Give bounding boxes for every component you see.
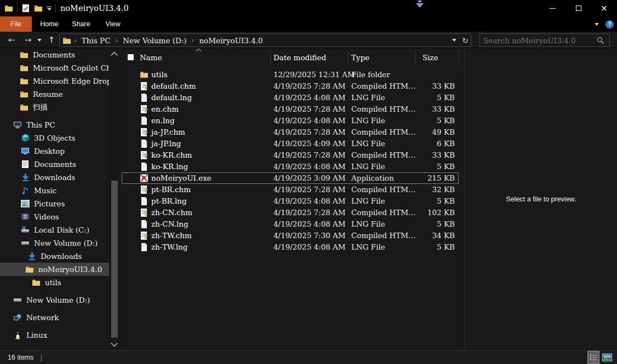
file-row-pt-br-chm[interactable]: ?pt-BR.chm4/19/2025 7:28 AMCompiled HTM……	[122, 184, 459, 195]
file-row-ja-jp-lng[interactable]: ja-JP.lng4/19/2025 4:09 AMLNG File6 KB	[122, 138, 459, 149]
file-row-ko-kr-chm[interactable]: ?ko-KR.chm4/19/2025 7:28 AMCompiled HTM……	[122, 149, 459, 161]
desktop-icon	[21, 147, 30, 155]
sidebar-item-3d-objects[interactable]: 3D Objects	[0, 131, 109, 145]
linux-icon	[13, 331, 22, 339]
scroll-up-icon[interactable]	[111, 51, 118, 59]
sidebar-item-label: Microsoft Copilot Chat F	[33, 63, 109, 72]
file-date-modified: 4/19/2025 7:28 AM	[273, 82, 346, 90]
column-header-name[interactable]: Name	[140, 53, 162, 62]
tab-share[interactable]: Share	[67, 16, 95, 32]
sidebar-item-linux[interactable]: Linux	[0, 328, 109, 342]
column-header-size[interactable]: Size	[422, 53, 438, 62]
sidebar-item-local-disk-c-[interactable]: Local Disk (C:)	[0, 223, 109, 236]
minimize-button[interactable]	[540, 0, 565, 16]
sidebar-item-new-volume-d-[interactable]: New Volume (D:)	[0, 293, 109, 307]
address-dropdown-icon[interactable]	[452, 39, 456, 42]
file-row-default-lng[interactable]: default.lng4/19/2025 4:08 AMLNG File5 KB	[122, 92, 459, 103]
sidebar-item-downloads[interactable]: Downloads	[0, 250, 109, 263]
file-row-zh-cn-chm[interactable]: ?zh-CN.chm4/19/2025 7:28 AMCompiled HTM……	[122, 207, 459, 218]
sidebar-item-microsoft-edge-drop-file[interactable]: Microsoft Edge Drop File	[0, 74, 109, 88]
sidebar-item-documents[interactable]: Documents	[0, 48, 109, 61]
folder-icon	[32, 278, 41, 287]
tab-home[interactable]: Home	[35, 16, 64, 32]
file-type: LNG File	[351, 197, 385, 205]
breadcrumb-new-volume-d[interactable]: New Volume (D:)	[123, 36, 186, 45]
sidebar-item-videos[interactable]: Videos	[0, 210, 109, 223]
properties-icon[interactable]	[21, 4, 30, 13]
sidebar-item-label: This PC	[26, 120, 55, 129]
search-box[interactable]	[479, 33, 610, 47]
file-row-ko-kr-lng[interactable]: ko-KR.lng4/19/2025 4:08 AMLNG File5 KB	[122, 161, 459, 172]
search-input[interactable]	[480, 36, 596, 45]
file-row-en-chm[interactable]: ?en.chm4/19/2025 7:28 AMCompiled HTM…33 …	[122, 103, 459, 115]
back-button[interactable]: ←	[4, 32, 19, 48]
file-row-ja-jp-chm[interactable]: ?ja-JP.chm4/19/2025 7:28 AMCompiled HTM……	[122, 126, 459, 138]
file-row-zh-tw-lng[interactable]: zh-TW.lng4/19/2025 4:08 AMLNG File5 KB	[122, 241, 459, 253]
column-divider[interactable]	[415, 50, 415, 63]
sidebar-item-network[interactable]: Network	[0, 311, 109, 324]
file-type: LNG File	[351, 93, 385, 102]
file-row-en-lng[interactable]: en.lng4/19/2025 4:08 AMLNG File5 KB	[122, 115, 459, 126]
sidebar-item-music[interactable]: Music	[0, 184, 109, 197]
sidebar-item-label: 3D Objects	[34, 134, 76, 142]
file-row-zh-cn-lng[interactable]: zh-CN.lng4/19/2025 4:08 AMLNG File5 KB	[122, 218, 459, 230]
maximize-button[interactable]	[565, 0, 591, 16]
sidebar-item-resume[interactable]: Resume	[0, 88, 109, 101]
breadcrumb-nomeiryoui[interactable]: noMeiryoUI3.4.0	[199, 36, 262, 45]
sidebar-item-扫描[interactable]: 扫描	[0, 101, 109, 114]
scrollbar-thumb[interactable]	[111, 181, 118, 338]
expand-ribbon-icon[interactable]	[595, 23, 599, 26]
sidebar-item-utils[interactable]: utils	[0, 276, 109, 289]
help-icon[interactable]: ?	[605, 20, 614, 28]
file-row-utils[interactable]: utils12/29/2025 12:31 AMFile folder	[122, 69, 459, 80]
search-icon[interactable]	[596, 36, 605, 45]
file-date-modified: 4/19/2025 4:08 AM	[273, 116, 346, 125]
file-date-modified: 4/19/2025 4:08 AM	[273, 93, 346, 102]
sidebar-item-nomeiryoui3-4-0[interactable]: noMeiryoUI3.4.0	[0, 263, 109, 276]
customize-toolbar-dropdown-icon[interactable]	[47, 7, 52, 10]
scroll-down-icon[interactable]	[111, 340, 118, 347]
sidebar-item-label: Videos	[34, 212, 59, 221]
file-date-modified: 4/19/2025 4:09 AM	[273, 139, 346, 148]
exe-icon	[140, 174, 148, 182]
forward-button[interactable]: →	[21, 32, 35, 48]
select-all-checkbox[interactable]	[128, 54, 134, 60]
tab-view[interactable]: View	[99, 16, 127, 32]
file-row-pt-br-lng[interactable]: pt-BR.lng4/19/2025 4:08 AMLNG File5 KB	[122, 195, 459, 207]
new-folder-icon[interactable]	[34, 4, 43, 13]
close-button[interactable]: ×	[591, 0, 617, 16]
refresh-icon[interactable]: ↻	[462, 36, 469, 45]
large-icons-view-button[interactable]	[602, 353, 613, 362]
sidebar-item-label: Linux	[26, 331, 47, 339]
sidebar-item-this-pc[interactable]: This PC	[0, 118, 109, 131]
window-controls: ×	[540, 0, 617, 16]
preview-message: Select a file to preview.	[506, 195, 576, 203]
tab-file[interactable]: File	[0, 16, 32, 32]
up-button[interactable]: ↑	[45, 32, 58, 48]
column-header-type[interactable]: Type	[351, 53, 369, 62]
column-divider[interactable]	[270, 50, 271, 63]
sidebar-scrollbar[interactable]	[109, 48, 119, 350]
file-name: ko-KR.lng	[151, 162, 188, 171]
column-divider[interactable]	[348, 50, 349, 63]
column-header-date-modified[interactable]: Date modified	[273, 53, 326, 62]
sidebar-item-microsoft-copilot-chat-f[interactable]: Microsoft Copilot Chat F	[0, 61, 109, 74]
file-row-zh-tw-chm[interactable]: ?zh-TW.chm4/19/2025 7:30 AMCompiled HTM……	[122, 230, 459, 241]
sidebar-item-documents[interactable]: Documents	[0, 158, 109, 171]
breadcrumb-this-pc[interactable]: This PC	[82, 36, 111, 45]
quick-access-toolbar	[4, 0, 56, 16]
sidebar-item-new-volume-d-[interactable]: New Volume (D:)	[0, 236, 109, 250]
recent-locations-icon[interactable]	[35, 32, 44, 48]
file-size: 6 KB	[415, 139, 455, 148]
lng-icon	[140, 219, 148, 228]
file-row-nomeiryoui-exe[interactable]: noMeiryoUI.exe4/19/2025 3:09 AMApplicati…	[122, 172, 459, 184]
file-date-modified: 4/19/2025 4:08 AM	[273, 242, 346, 251]
folder-icon	[20, 103, 28, 112]
file-row-default-chm[interactable]: ?default.chm4/19/2025 7:28 AMCompiled HT…	[122, 80, 459, 92]
details-view-button[interactable]	[587, 351, 599, 364]
address-bar[interactable]: › This PC › New Volume (D:) › noMeiryoUI…	[59, 33, 471, 47]
sidebar-item-desktop[interactable]: Desktop	[0, 145, 109, 158]
sidebar-item-pictures[interactable]: Pictures	[0, 197, 109, 210]
column-divider[interactable]	[459, 50, 459, 63]
sidebar-item-downloads[interactable]: Downloads	[0, 171, 109, 184]
